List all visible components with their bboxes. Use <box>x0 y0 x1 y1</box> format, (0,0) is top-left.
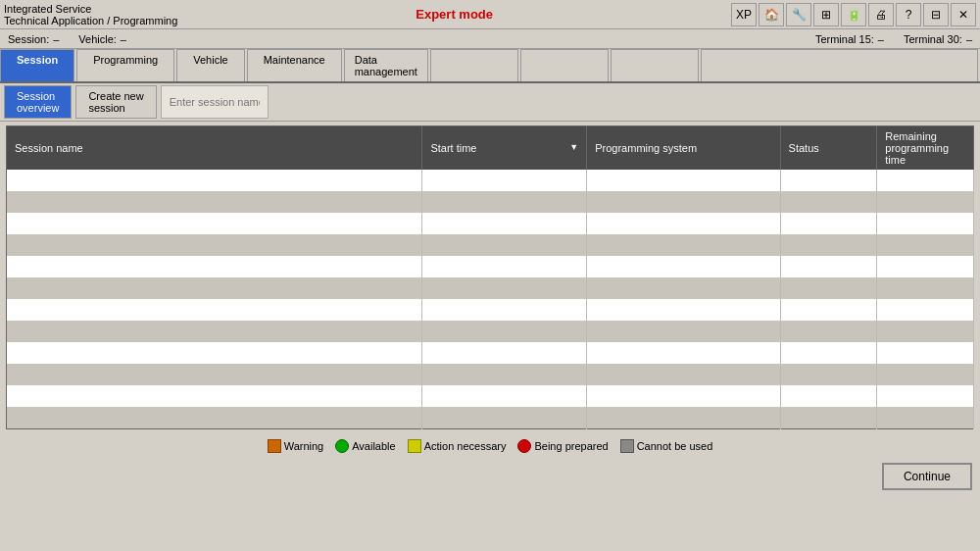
close-button[interactable]: ✕ <box>951 3 976 26</box>
table-cell <box>877 299 974 321</box>
table-row[interactable] <box>7 385 974 407</box>
table-row[interactable] <box>7 299 974 321</box>
tab-blank4 <box>701 49 978 81</box>
table-cell <box>7 234 422 256</box>
table-cell <box>422 213 587 234</box>
legend-prepared: Being prepared <box>517 439 608 453</box>
legend-warning: Warning <box>268 439 324 453</box>
tab-maintenance[interactable]: Maintenance <box>247 49 342 81</box>
col-remaining-time: Remaining programming time <box>877 126 974 171</box>
table-cell <box>587 385 780 407</box>
table-cell <box>422 385 587 407</box>
minimize-button[interactable]: ⊟ <box>923 3 949 26</box>
terminal30-status: Terminal 30: – <box>904 33 972 45</box>
table-cell <box>877 385 974 407</box>
table-cell <box>780 191 877 213</box>
available-icon <box>335 439 349 453</box>
table-cell <box>422 321 587 342</box>
table-cell <box>7 256 422 277</box>
legend-cannot: Cannot be used <box>620 439 713 453</box>
print-button[interactable]: 🖨 <box>868 3 894 26</box>
col-start-time[interactable]: Start time ▼ <box>422 126 587 171</box>
table-cell <box>7 170 422 191</box>
bottom-bar: Continue <box>0 459 980 494</box>
col-session-name: Session name <box>7 126 422 171</box>
table-cell <box>877 407 974 428</box>
table-cell <box>877 234 974 256</box>
table-cell <box>780 213 877 234</box>
table-row[interactable] <box>7 321 974 342</box>
table-row[interactable] <box>7 170 974 191</box>
table-cell <box>877 364 974 385</box>
nav-tabs: Session Programming Vehicle Maintenance … <box>0 49 980 83</box>
help-button[interactable]: ? <box>896 3 921 26</box>
table-cell <box>780 407 877 428</box>
table-cell <box>587 321 780 342</box>
main-content: Session name Start time ▼ Programming sy… <box>0 122 980 433</box>
table-cell <box>780 342 877 364</box>
expert-mode-label: Expert mode <box>416 7 493 22</box>
table-row[interactable] <box>7 364 974 385</box>
table-cell <box>7 321 422 342</box>
tab-programming[interactable]: Programming <box>76 49 174 81</box>
battery-button[interactable]: 🔋 <box>841 3 866 26</box>
title-bar: Integrated Service Technical Application… <box>0 0 980 29</box>
tab-session[interactable]: Session <box>0 49 74 81</box>
table-cell <box>7 364 422 385</box>
table-cell <box>7 299 422 321</box>
table-row[interactable] <box>7 277 974 299</box>
home-button[interactable]: 🏠 <box>759 3 784 26</box>
tab-blank2 <box>520 49 609 81</box>
tools-button[interactable]: 🔧 <box>786 3 811 26</box>
legend-available: Available <box>335 439 395 453</box>
table-cell <box>587 342 780 364</box>
table-cell <box>877 321 974 342</box>
status-bar: Session: – Vehicle: – Terminal 15: – Ter… <box>0 29 980 49</box>
table-cell <box>422 342 587 364</box>
table-cell <box>780 256 877 277</box>
table-row[interactable] <box>7 407 974 428</box>
window-controls: XP 🏠 🔧 ⊞ 🔋 🖨 ? ⊟ ✕ <box>731 3 976 26</box>
app-title-section: Integrated Service Technical Application… <box>4 3 177 26</box>
vehicle-status: Vehicle: – <box>78 33 126 45</box>
table-row[interactable] <box>7 342 974 364</box>
session-status: Session: – <box>8 33 59 45</box>
table-body <box>7 170 974 428</box>
table-cell <box>780 299 877 321</box>
continue-button[interactable]: Continue <box>882 463 972 490</box>
session-table: Session name Start time ▼ Programming sy… <box>6 125 974 429</box>
table-cell <box>587 256 780 277</box>
table-cell <box>780 364 877 385</box>
table-cell <box>780 277 877 299</box>
table-row[interactable] <box>7 213 974 234</box>
table-cell <box>877 170 974 191</box>
tab-blank1 <box>430 49 518 81</box>
cannot-icon <box>620 439 634 453</box>
tab-data-management[interactable]: Datamanagement <box>344 49 428 81</box>
table-cell <box>780 170 877 191</box>
table-row[interactable] <box>7 256 974 277</box>
sub-tab-session-overview[interactable]: Sessionoverview <box>4 85 72 119</box>
prepared-icon <box>517 439 531 453</box>
table-cell <box>422 364 587 385</box>
table-cell <box>877 342 974 364</box>
table-cell <box>587 364 780 385</box>
warning-icon <box>268 439 281 453</box>
table-cell <box>7 342 422 364</box>
xp-button[interactable]: XP <box>731 3 757 26</box>
table-cell <box>587 277 780 299</box>
sub-tab-create-session[interactable]: Create newsession <box>75 85 156 119</box>
legend-action: Action necessary <box>408 439 507 453</box>
table-row[interactable] <box>7 191 974 213</box>
session-name-input[interactable] <box>161 85 269 119</box>
table-cell <box>877 256 974 277</box>
table-cell <box>7 277 422 299</box>
col-status: Status <box>780 126 877 171</box>
table-row[interactable] <box>7 234 974 256</box>
table-cell <box>877 191 974 213</box>
col-programming-system: Programming system <box>587 126 780 171</box>
tab-vehicle[interactable]: Vehicle <box>176 49 244 81</box>
table-cell <box>877 277 974 299</box>
grid-button[interactable]: ⊞ <box>813 3 839 26</box>
table-cell <box>877 213 974 234</box>
